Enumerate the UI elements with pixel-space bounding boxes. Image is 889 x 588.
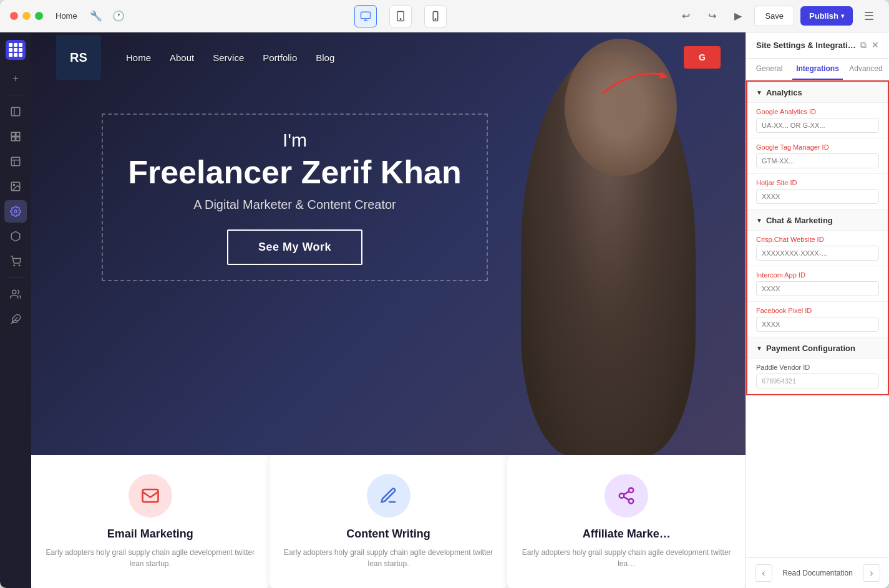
svg-point-17 xyxy=(14,265,15,266)
paddle-input[interactable] xyxy=(756,374,879,388)
titlebar-right: ↩ ↪ ▶ Save Publish ▾ ☰ xyxy=(676,6,879,26)
site-nav: RS Home About Service Portfolio Blog G xyxy=(31,32,746,82)
sidebar-item-ecommerce[interactable] xyxy=(4,250,27,272)
nav-link-home[interactable]: Home xyxy=(126,52,151,63)
hero-dashed-box: I'm Freelancer Zerif Khan A Digital Mark… xyxy=(102,113,488,281)
play-button[interactable]: ▶ xyxy=(728,6,748,26)
tablet-view-button[interactable] xyxy=(389,5,412,27)
mobile-icon xyxy=(430,11,441,22)
home-label[interactable]: Home xyxy=(56,11,77,21)
service-card-email: Email Marketing Early adopters holy grai… xyxy=(31,455,270,588)
svg-line-27 xyxy=(624,491,629,494)
redo-button[interactable]: ↪ xyxy=(702,6,722,26)
content-writing-title: Content Writing xyxy=(282,528,495,541)
svg-point-19 xyxy=(12,290,16,294)
svg-rect-10 xyxy=(16,137,20,141)
sidebar-item-plugins[interactable] xyxy=(4,308,27,330)
sidebar-item-team[interactable] xyxy=(4,283,27,306)
payment-section-header[interactable]: ▼ Payment Configuration xyxy=(747,337,888,359)
service-card-affiliate: Affiliate Marke… Early adopters holy gra… xyxy=(507,455,746,588)
svg-point-24 xyxy=(619,493,624,498)
service-card-writing: Content Writing Early adopters holy grai… xyxy=(270,455,508,588)
hero-im-text: I'm xyxy=(128,130,462,151)
nav-link-blog[interactable]: Blog xyxy=(316,52,334,63)
sidebar-item-add[interactable]: + xyxy=(4,67,27,90)
affiliate-desc: Early adopters holy grail supply chain a… xyxy=(520,547,733,569)
email-marketing-icon xyxy=(129,474,172,518)
sidebar-item-pages[interactable] xyxy=(4,100,27,123)
paddle-label: Paddle Vendor ID xyxy=(756,364,879,371)
content-writing-desc: Early adopters holy grail supply chain a… xyxy=(282,547,495,569)
app-window: Home 🔧 🕐 ↩ ↪ ▶ Save Publish ▾ xyxy=(0,0,889,588)
hamburger-button[interactable]: ☰ xyxy=(859,6,879,26)
analytics-section-title: Analytics xyxy=(766,88,802,97)
chat-section-title: Chat & Marketing xyxy=(766,216,833,225)
tab-advanced[interactable]: Advanced xyxy=(843,59,889,80)
panel-expand-icon[interactable]: ⧉ xyxy=(860,40,867,51)
read-documentation-link[interactable]: Read Documentation xyxy=(782,569,853,577)
tab-general[interactable]: General xyxy=(746,59,792,80)
intercom-input[interactable] xyxy=(756,281,879,296)
desktop-view-button[interactable] xyxy=(354,5,377,27)
site-logo: RS xyxy=(56,35,101,80)
sidebar-item-layout[interactable] xyxy=(4,150,27,173)
tab-integrations[interactable]: Integrations xyxy=(792,59,843,80)
google-analytics-label: Google Analytics ID xyxy=(756,108,879,115)
crisp-input[interactable] xyxy=(756,246,879,261)
media-icon xyxy=(10,181,21,192)
panel-prev-button[interactable]: ‹ xyxy=(755,564,772,582)
intercom-label: Intercom App ID xyxy=(756,271,879,279)
google-tag-manager-input[interactable] xyxy=(756,153,879,168)
nav-link-about[interactable]: About xyxy=(170,52,194,63)
logo-dots xyxy=(9,43,22,57)
sidebar-item-media[interactable] xyxy=(4,175,27,198)
save-button[interactable]: Save xyxy=(754,6,794,26)
sidebar-logo[interactable] xyxy=(6,40,26,60)
layout-icon xyxy=(10,156,21,167)
email-marketing-title: Email Marketing xyxy=(44,528,257,541)
chat-section-header[interactable]: ▼ Chat & Marketing xyxy=(747,210,888,231)
hero-content: I'm Freelancer Zerif Khan A Digital Mark… xyxy=(102,113,488,281)
maximize-button[interactable] xyxy=(35,12,43,20)
svg-line-26 xyxy=(624,497,629,500)
undo-button[interactable]: ↩ xyxy=(676,6,696,26)
svg-rect-5 xyxy=(11,107,20,116)
svg-rect-9 xyxy=(11,137,15,141)
device-toggle-group xyxy=(132,5,669,27)
svg-point-4 xyxy=(435,18,436,19)
affiliate-icon xyxy=(605,474,648,518)
sidebar-item-settings[interactable] xyxy=(4,200,27,223)
analytics-section-header[interactable]: ▼ Analytics xyxy=(747,82,888,103)
affiliate-title: Affiliate Marke… xyxy=(520,528,733,541)
google-analytics-field: Google Analytics ID xyxy=(747,103,888,138)
crisp-label: Crisp.Chat Website ID xyxy=(756,236,879,243)
publish-button[interactable]: Publish ▾ xyxy=(800,6,853,26)
panel-close-icon[interactable]: ✕ xyxy=(872,40,879,51)
nav-link-portfolio[interactable]: Portfolio xyxy=(263,52,297,63)
payment-chevron-icon: ▼ xyxy=(756,345,762,352)
sidebar-divider-1 xyxy=(6,95,25,95)
nav-link-service[interactable]: Service xyxy=(213,52,244,63)
facebook-pixel-input[interactable] xyxy=(756,317,879,332)
website-preview: RS Home About Service Portfolio Blog G I… xyxy=(31,32,746,588)
svg-rect-0 xyxy=(361,12,370,19)
settings-icon xyxy=(10,206,21,217)
hotjar-field: Hotjar Site ID xyxy=(747,174,888,210)
sidebar-item-components[interactable] xyxy=(4,125,27,148)
hotjar-input[interactable] xyxy=(756,189,879,204)
sidebar-item-integrations[interactable] xyxy=(4,225,27,248)
minimize-button[interactable] xyxy=(22,12,31,20)
crisp-field: Crisp.Chat Website ID xyxy=(747,231,888,266)
mobile-view-button[interactable] xyxy=(424,5,447,27)
hero-cta-button[interactable]: See My Work xyxy=(227,229,362,265)
sidebar-divider-2 xyxy=(6,277,25,278)
panel-next-button[interactable]: › xyxy=(863,564,880,582)
svg-rect-7 xyxy=(11,132,15,136)
close-button[interactable] xyxy=(10,12,18,20)
history-icon[interactable]: 🕐 xyxy=(112,10,125,22)
wrench-icon[interactable]: 🔧 xyxy=(90,10,102,22)
google-analytics-input[interactable] xyxy=(756,118,879,133)
content-writing-icon xyxy=(367,474,410,518)
nav-cta-button[interactable]: G xyxy=(684,46,721,69)
svg-point-16 xyxy=(14,210,17,213)
